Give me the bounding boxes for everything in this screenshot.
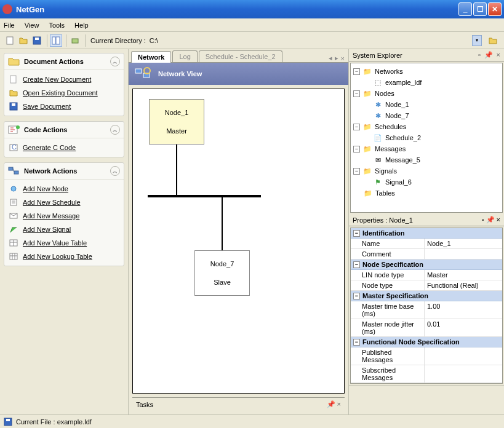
- save-document[interactable]: Save Document: [8, 100, 120, 113]
- add-new-value-table[interactable]: Add New Value Table: [8, 236, 120, 250]
- tree-nodes[interactable]: −📁Nodes: [353, 88, 500, 99]
- prop-time-base[interactable]: Master time base (ms)1.00: [351, 301, 502, 319]
- add-new-message[interactable]: Add New Message: [8, 209, 120, 223]
- gen-code-icon: C: [8, 143, 19, 153]
- prop-cat-func-spec[interactable]: −Functional Node Specification: [351, 337, 502, 347]
- tab-close-icon[interactable]: ×: [341, 55, 345, 62]
- pin-icon[interactable]: 📌: [486, 216, 495, 223]
- add-new-signal[interactable]: Add New Signal: [8, 223, 120, 236]
- close-button[interactable]: ✕: [488, 2, 502, 16]
- svg-rect-3: [52, 37, 55, 44]
- separator: [85, 34, 86, 47]
- system-explorer-tree[interactable]: −📁Networks ⬚example_ldf −📁Nodes ✱Node_1 …: [350, 63, 503, 213]
- tree-schedule-2[interactable]: 📄Schedule_2: [353, 132, 500, 143]
- prop-cat-master-spec[interactable]: −Master Specification: [351, 291, 502, 301]
- tree-node-7[interactable]: ✱Node_7: [353, 110, 500, 121]
- menu-file[interactable]: File: [4, 22, 15, 29]
- tree-message-5[interactable]: ✉Message_5: [353, 154, 500, 165]
- prop-cat-identification[interactable]: −Identification: [351, 228, 502, 239]
- expander-icon[interactable]: −: [353, 293, 360, 299]
- menu-tools[interactable]: Tools: [49, 22, 65, 29]
- maximize-button[interactable]: ☐: [473, 2, 487, 16]
- dock-icon[interactable]: ▫: [478, 51, 481, 58]
- tree-signals[interactable]: −📁Signals: [353, 165, 500, 176]
- node-slave[interactable]: Node_7 Slave: [194, 250, 250, 296]
- bus-main: [148, 195, 261, 197]
- properties-title: Properties : Node_1: [353, 216, 482, 224]
- open-folder-icon[interactable]: [17, 34, 30, 47]
- message-icon: [8, 211, 19, 221]
- add-new-node[interactable]: Add New Node: [8, 182, 120, 196]
- layout-icon[interactable]: [50, 34, 62, 47]
- add-new-lookup-table[interactable]: Add New Lookup Table: [8, 250, 120, 263]
- pin-icon[interactable]: 📌: [484, 51, 493, 58]
- pin-icon[interactable]: 📌: [327, 400, 335, 408]
- tree-example-ldf[interactable]: ⬚example_ldf: [353, 77, 500, 88]
- expander-icon[interactable]: −: [353, 90, 360, 97]
- prop-lin-type[interactable]: LIN node typeMaster: [351, 270, 502, 280]
- lookup-table-icon: [8, 252, 19, 261]
- collapse-button[interactable]: ︽: [110, 166, 120, 176]
- expander-icon[interactable]: −: [353, 124, 360, 130]
- node-master[interactable]: Node_1 Master: [149, 99, 204, 145]
- tab-network[interactable]: Network: [131, 51, 171, 63]
- bus-connector: [176, 145, 177, 195]
- create-new-document[interactable]: Create New Document: [8, 73, 120, 86]
- prop-pub-messages[interactable]: Published Messages: [351, 347, 502, 365]
- tab-log[interactable]: Log: [172, 50, 197, 62]
- close-icon[interactable]: ×: [497, 216, 500, 223]
- node-role: Master: [166, 127, 187, 135]
- tree-signal-6[interactable]: ⚑Signal_6: [353, 176, 500, 188]
- properties-description: [349, 385, 504, 414]
- menu-view[interactable]: View: [25, 22, 39, 29]
- node-icon[interactable]: [69, 34, 81, 47]
- directory-dropdown[interactable]: ▾: [472, 35, 482, 46]
- schedule-icon: 📄: [373, 133, 383, 142]
- prop-sub-messages[interactable]: Subscribed Messages: [351, 365, 502, 383]
- prop-node-type[interactable]: Node typeFunctional (Real): [351, 280, 502, 291]
- current-directory-label: Current Directory :: [90, 37, 146, 44]
- dock-icon[interactable]: ▫: [482, 216, 484, 223]
- close-icon[interactable]: ×: [337, 400, 341, 408]
- close-icon[interactable]: ×: [497, 51, 500, 58]
- svg-rect-16: [10, 199, 17, 205]
- collapse-button[interactable]: ︽: [110, 125, 120, 135]
- expander-icon[interactable]: −: [353, 261, 360, 268]
- status-current-file: Current File : example.ldf: [16, 418, 92, 426]
- generate-c-code[interactable]: C Generate C Code: [8, 141, 120, 154]
- prop-comment[interactable]: Comment: [351, 249, 502, 260]
- expander-icon[interactable]: −: [353, 168, 360, 175]
- save-icon[interactable]: [31, 34, 43, 47]
- menu-help[interactable]: Help: [74, 22, 89, 29]
- minimize-button[interactable]: _: [458, 2, 472, 16]
- tree-schedules[interactable]: −📁Schedules: [353, 121, 500, 132]
- tree-networks[interactable]: −📁Networks: [353, 66, 500, 77]
- expander-icon[interactable]: −: [353, 230, 360, 237]
- toolbar: Current Directory : C:\ ▾: [0, 32, 504, 49]
- open-existing-document[interactable]: Open Existing Document: [8, 86, 120, 100]
- folder-icon: 📁: [362, 167, 372, 175]
- tab-next-icon[interactable]: ▸: [335, 54, 338, 62]
- prop-name[interactable]: NameNode_1: [351, 239, 502, 249]
- save-doc-icon: [8, 101, 19, 111]
- tab-schedule[interactable]: Schedule - Schedule_2: [199, 50, 282, 62]
- network-canvas[interactable]: Node_1 Master Node_7 Slave: [132, 89, 345, 394]
- svg-text:C: C: [12, 143, 17, 151]
- prop-jitter[interactable]: Master node jitter (ms)0.01: [351, 319, 502, 337]
- tree-node-1[interactable]: ✱Node_1: [353, 99, 500, 110]
- prop-cat-node-spec[interactable]: −Node Specification: [351, 260, 502, 270]
- new-file-icon[interactable]: [4, 34, 16, 47]
- tab-prev-icon[interactable]: ◂: [329, 54, 332, 62]
- expander-icon[interactable]: −: [353, 339, 360, 346]
- expander-icon[interactable]: −: [353, 68, 360, 75]
- svg-rect-8: [12, 103, 15, 106]
- expander-icon[interactable]: −: [353, 146, 360, 153]
- browse-folder-icon[interactable]: [487, 34, 499, 47]
- app-icon: [2, 4, 12, 14]
- tree-messages[interactable]: −📁Messages: [353, 143, 500, 154]
- message-icon: ✉: [373, 156, 383, 164]
- network-actions-title: Network Actions: [24, 167, 110, 175]
- add-new-schedule[interactable]: Add New Schedule: [8, 196, 120, 209]
- collapse-button[interactable]: ︽: [110, 57, 120, 66]
- tree-tables[interactable]: 📁Tables: [353, 188, 500, 199]
